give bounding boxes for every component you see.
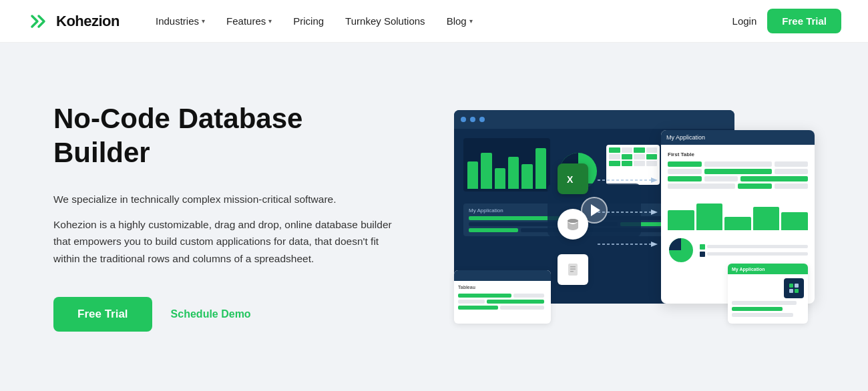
hero-right: My Application	[454, 110, 815, 324]
svg-rect-8	[570, 269, 576, 270]
bottom-right-panel: My Application	[728, 264, 808, 324]
panel-table-row	[668, 161, 808, 167]
panel-pie-area	[668, 237, 808, 264]
bottom-right-rows	[732, 301, 804, 317]
nav-item-turnkey-solutions[interactable]: Turnkey Solutions	[336, 10, 435, 32]
bottom-panel-label: Tableau	[458, 285, 547, 290]
svg-marker-11	[651, 177, 658, 183]
document-icon	[558, 254, 588, 285]
panel-dot	[479, 117, 485, 122]
hero-buttons: Free Trial Schedule Demo	[53, 297, 401, 332]
panel-table-row	[668, 176, 808, 181]
bar-chart	[463, 138, 550, 191]
panel-header	[454, 110, 734, 129]
nav-free-trial-button[interactable]: Free Trial	[767, 9, 841, 33]
nav-item-pricing[interactable]: Pricing	[284, 10, 333, 32]
nav-links: Industries ▾ Features ▾ Pricing Turnkey …	[146, 10, 732, 32]
app-icon	[784, 278, 804, 298]
logo[interactable]: Kohezion	[27, 9, 120, 33]
panel-dot	[470, 117, 475, 122]
legend-item	[700, 244, 808, 250]
bottom-bar-row	[458, 300, 547, 304]
panel-pie-chart	[668, 237, 694, 264]
svg-rect-18	[795, 284, 799, 288]
nav-item-blog[interactable]: Blog ▾	[437, 10, 482, 32]
hero-left: No-Code Database Builder We specialize i…	[53, 102, 401, 331]
svg-rect-7	[570, 266, 576, 268]
logo-text: Kohezion	[56, 13, 120, 30]
svg-point-5	[568, 219, 578, 223]
nav-item-industries[interactable]: Industries ▾	[146, 10, 214, 32]
bottom-left-header	[454, 270, 551, 281]
panel-table-row	[668, 169, 808, 174]
legend-item	[700, 252, 808, 257]
hero-section: No-Code Database Builder We specialize i…	[0, 43, 868, 391]
schedule-demo-link[interactable]: Schedule Demo	[171, 308, 251, 320]
panel-section-title: First Table	[668, 151, 808, 157]
panel-dot	[461, 117, 466, 122]
svg-rect-0	[27, 9, 51, 33]
svg-marker-13	[651, 210, 658, 215]
bottom-right-content	[728, 274, 808, 321]
panel-chart-area	[668, 197, 808, 230]
bar-item	[495, 168, 505, 189]
bar-item	[467, 161, 478, 189]
svg-rect-19	[789, 289, 793, 293]
nav-actions: Login Free Trial	[732, 9, 841, 33]
hero-illustration: My Application	[454, 110, 815, 324]
white-panel-header: My Application	[661, 130, 815, 145]
hero-desc1: We specialize in technically complex mis…	[53, 191, 401, 208]
white-panel-content: First Table	[661, 145, 815, 270]
bar-item	[521, 164, 532, 189]
svg-text:X: X	[567, 174, 574, 185]
bottom-left-panel: Tableau	[454, 270, 551, 324]
floating-icons: X	[558, 163, 588, 285]
excel-icon: X	[558, 163, 588, 194]
chevron-down-icon: ▾	[469, 17, 473, 25]
chevron-down-icon: ▾	[202, 17, 205, 25]
hero-desc2: Kohezion is a highly customizable, drag …	[53, 216, 401, 268]
arrow-dots	[591, 167, 671, 260]
bottom-right-title: My Application	[732, 267, 765, 272]
nav-item-features[interactable]: Features ▾	[217, 10, 281, 32]
navbar: Kohezion Industries ▾ Features ▾ Pricing…	[0, 0, 868, 43]
bottom-left-content: Tableau	[454, 281, 551, 314]
panel-legend	[700, 244, 808, 257]
login-link[interactable]: Login	[732, 15, 757, 27]
bar-item	[481, 153, 491, 189]
chevron-down-icon: ▾	[268, 17, 272, 25]
kohezion-logo-icon	[27, 9, 51, 33]
svg-rect-17	[789, 284, 793, 288]
mini-bar-chart	[668, 197, 808, 230]
bottom-bar-row	[458, 294, 547, 298]
database-icon	[558, 209, 588, 240]
hero-title: No-Code Database Builder	[53, 102, 401, 169]
panel-table-row	[668, 183, 808, 189]
white-panel-title: My Application	[666, 134, 705, 141]
svg-marker-15	[651, 242, 658, 247]
bar-item	[535, 148, 546, 189]
svg-rect-20	[795, 289, 799, 293]
hero-free-trial-button[interactable]: Free Trial	[53, 297, 152, 332]
bottom-right-header: My Application	[728, 264, 808, 274]
bottom-bar-row	[458, 306, 547, 310]
bar-item	[508, 157, 519, 189]
svg-rect-9	[570, 271, 574, 272]
